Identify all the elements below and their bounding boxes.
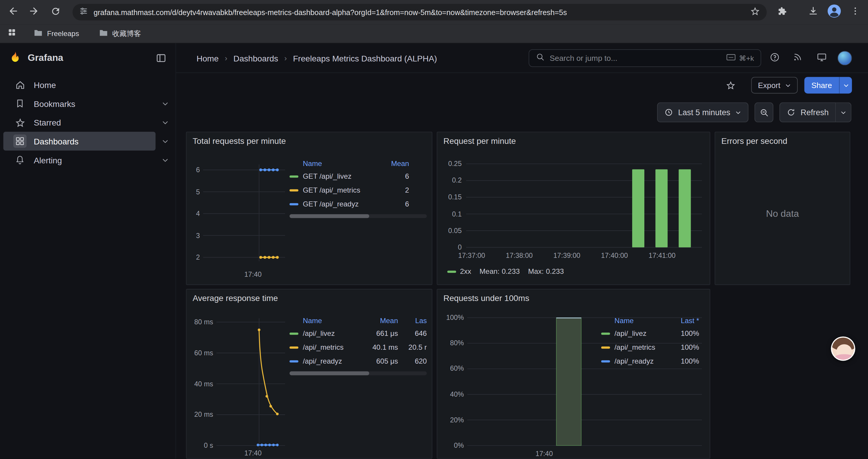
bookmark-star-icon[interactable] — [750, 6, 760, 18]
time-range-picker[interactable]: Last 5 minutes — [657, 102, 749, 122]
back-button[interactable] — [4, 3, 23, 22]
share-menu-button[interactable] — [839, 77, 852, 93]
series-name[interactable]: /api/_metrics — [615, 343, 670, 352]
breadcrumb-home[interactable]: Home — [196, 54, 219, 63]
zoom-out-button[interactable] — [754, 102, 773, 122]
chevron-down-icon[interactable] — [162, 119, 169, 126]
series-mean: 6 — [380, 172, 409, 181]
keyboard-icon — [726, 54, 736, 63]
legend-row[interactable]: /api/_metrics 40.1 ms 20.5 r — [289, 340, 427, 354]
timeseries-chart — [186, 132, 304, 286]
legend-row[interactable]: GET /api/_metrics 2 — [289, 183, 427, 197]
forward-button[interactable] — [24, 3, 43, 22]
browser-profile-button[interactable] — [826, 3, 843, 21]
help-button[interactable] — [767, 51, 782, 65]
series-swatch — [601, 346, 610, 348]
legend-row[interactable]: /api/_readyz 100% — [601, 354, 699, 368]
legend-header-name[interactable]: Name — [303, 316, 366, 325]
breadcrumb-dashboards[interactable]: Dashboards — [234, 54, 278, 63]
legend-row[interactable]: /api/_livez 661 μs 646 — [289, 326, 427, 340]
panel-average-response-time[interactable]: Average response time 80 ms60 ms40 ms20 … — [186, 289, 433, 459]
url-text[interactable]: grafana.mathmast.com/d/deytv4rwavabkb/fr… — [94, 8, 745, 16]
legend-header-name[interactable]: Name — [615, 316, 670, 325]
legend-header-last[interactable]: Las — [402, 316, 427, 325]
series-name[interactable]: /api/_livez — [615, 329, 670, 338]
legend-row[interactable]: GET /api/_livez 6 — [289, 169, 427, 183]
search-box[interactable]: ⌘+k — [529, 49, 761, 67]
legend-header-last[interactable]: Last * — [670, 316, 699, 325]
bookmark-folder-freeleaps[interactable]: Freeleaps — [29, 27, 84, 40]
sidebar-item-home[interactable]: Home — [3, 75, 155, 94]
search-input[interactable] — [550, 54, 721, 63]
series-swatch — [289, 332, 299, 334]
chevron-down-icon[interactable] — [162, 100, 169, 107]
series-name[interactable]: GET /api/_livez — [303, 172, 380, 181]
reload-button[interactable] — [46, 3, 65, 22]
browser-menu-button[interactable] — [846, 3, 865, 22]
sidebar-item-label: Starred — [34, 118, 61, 127]
series-name[interactable]: /api/_metrics — [303, 343, 366, 352]
sidebar-item-dashboards[interactable]: Dashboards — [3, 132, 155, 151]
sidebar-item-alerting[interactable]: Alerting — [3, 151, 155, 169]
series-name[interactable]: 2xx — [460, 267, 471, 275]
scrollbar-thumb[interactable] — [289, 371, 369, 375]
refresh-button[interactable]: Refresh — [780, 102, 836, 122]
extensions-button[interactable] — [772, 3, 791, 22]
menu-kebab-icon — [850, 6, 860, 18]
share-button[interactable]: Share — [804, 77, 839, 93]
y-axis: 65432 — [186, 166, 200, 261]
tick-label: 100% — [446, 314, 464, 321]
display-button[interactable] — [814, 51, 829, 65]
legend-mean: Mean: 0.233 — [479, 267, 520, 275]
tick-label: 60% — [450, 365, 464, 372]
chevron-down-icon[interactable] — [162, 156, 169, 163]
site-info-icon[interactable] — [79, 6, 88, 18]
monitor-icon — [816, 52, 827, 64]
legend-header-name[interactable]: Name — [303, 159, 380, 167]
breadcrumb: Home › Dashboards › Freeleaps Metrics Da… — [196, 43, 437, 73]
scrollbar-thumb[interactable] — [289, 214, 369, 218]
y-axis: 100%80%60%40%20%0% — [437, 314, 464, 449]
floating-avatar[interactable] — [831, 336, 855, 361]
legend-scrollbar[interactable] — [289, 371, 427, 375]
panel-errors-per-second[interactable]: Errors per second No data — [715, 132, 850, 285]
panel-requests-under-100ms[interactable]: Requests under 100ms 100%80%60%40%20%0% … — [437, 289, 710, 459]
export-button[interactable]: Export — [751, 77, 797, 93]
sidebar-item-starred[interactable]: Starred — [3, 113, 155, 132]
legend-scrollbar[interactable] — [289, 214, 427, 218]
chevron-down-icon[interactable] — [162, 138, 169, 145]
legend-row[interactable]: /api/_readyz 605 μs 620 — [289, 354, 427, 368]
bookmark-label: 收藏博客 — [112, 28, 141, 38]
legend-header-mean[interactable]: Mean — [366, 316, 398, 325]
search-shortcut: ⌘+k — [726, 54, 754, 63]
series-name[interactable]: GET /api/_metrics — [303, 186, 380, 194]
user-menu-button[interactable] — [838, 51, 852, 65]
tick-label: 0.05 — [448, 227, 462, 234]
legend-row[interactable]: GET /api/_readyz 6 — [289, 197, 427, 211]
series-name[interactable]: /api/_livez — [303, 329, 366, 338]
favorite-star-button[interactable] — [726, 80, 736, 90]
legend-header-mean[interactable]: Mean — [380, 159, 409, 167]
bookmark-folder-blogs[interactable]: 收藏博客 — [94, 26, 146, 41]
clock-icon — [664, 108, 673, 117]
series-name[interactable]: GET /api/_readyz — [303, 200, 380, 208]
downloads-button[interactable] — [804, 3, 823, 22]
panel-request-per-minute[interactable]: Request per minute 0.250.20.150.10.050 1… — [437, 132, 710, 285]
grafana-logo[interactable] — [9, 51, 22, 66]
legend-row[interactable]: /api/_metrics 100% — [601, 340, 699, 354]
series-name[interactable]: /api/_readyz — [615, 357, 670, 365]
series-mean: 40.1 ms — [366, 343, 398, 352]
legend-row[interactable]: /api/_livez 100% — [601, 326, 699, 340]
panel-title[interactable]: Errors per second — [721, 136, 787, 145]
sidebar-toggle-icon[interactable] — [156, 53, 167, 64]
news-button[interactable] — [790, 51, 805, 65]
sidebar-item-bookmarks[interactable]: Bookmarks — [3, 94, 155, 113]
url-bar[interactable]: grafana.mathmast.com/d/deytv4rwavabkb/fr… — [72, 4, 767, 21]
panel-total-requests[interactable]: Total requests per minute 65432 17:40 Na… — [186, 132, 433, 285]
profile-avatar — [827, 4, 841, 21]
series-name[interactable]: /api/_readyz — [303, 357, 366, 365]
apps-grid-icon[interactable] — [7, 28, 17, 39]
share-split-button: Share — [804, 77, 852, 93]
series-last: 100% — [670, 329, 699, 338]
refresh-interval-button[interactable] — [836, 102, 851, 122]
